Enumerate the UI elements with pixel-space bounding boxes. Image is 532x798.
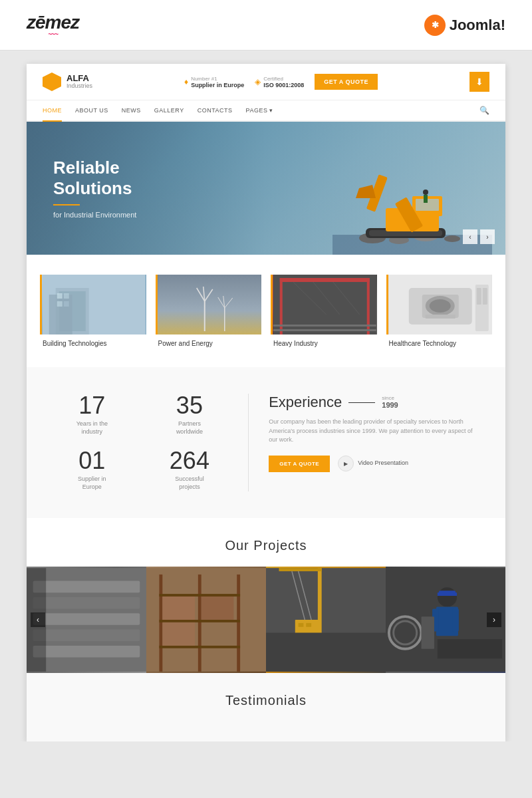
healthcare-technology-image [386, 275, 493, 334]
svg-rect-38 [273, 325, 376, 327]
svg-rect-21 [57, 293, 63, 299]
nav-about[interactable]: ABOUT US [75, 100, 108, 122]
industry-card-building[interactable]: Building Technologies [40, 275, 146, 347]
stat-years-number: 17 [53, 394, 131, 418]
stat-partners: 35 Partnersworldwide [151, 394, 229, 436]
healthcare-technology-label: Healthcare Technology [386, 340, 493, 347]
svg-rect-61 [198, 575, 201, 672]
projects-gallery: ‹ [27, 567, 505, 673]
stats-section: 17 Years in theindustry 35 Partnersworld… [27, 367, 505, 518]
hero-section: ReliableSolutions for Industrial Environ… [27, 122, 505, 255]
video-label: Video Presentation [358, 460, 408, 467]
svg-rect-65 [159, 646, 240, 648]
testimonials-title: Testimonials [53, 693, 479, 708]
power-energy-image [156, 275, 262, 334]
project-image-3 [266, 567, 386, 673]
svg-rect-48 [425, 315, 455, 319]
gallery-prev-button[interactable]: ‹ [31, 612, 45, 627]
certified-icon: ◈ [255, 77, 261, 86]
get-quote-button[interactable]: GET A QUOTE [315, 74, 378, 90]
hero-content: ReliableSolutions for Industrial Environ… [27, 138, 163, 239]
building-technologies-image [40, 275, 146, 334]
meta-location: ♦ Number #1 Supplier in Europe [184, 76, 244, 88]
industry-section: Building Technologies [27, 255, 505, 367]
heavy-industry-label: Heavy Industry [271, 340, 377, 347]
svg-rect-75 [299, 623, 304, 627]
nav-news[interactable]: NEWS [122, 100, 141, 122]
svg-marker-14 [356, 185, 376, 198]
nav-pages[interactable]: PAGES ▾ [246, 100, 273, 122]
nav-gallery[interactable]: GALLERY [154, 100, 184, 122]
svg-rect-64 [159, 620, 240, 622]
svg-rect-24 [64, 301, 69, 307]
testimonials-section: Testimonials [27, 673, 505, 741]
industry-card-heavy[interactable]: Heavy Industry [271, 275, 377, 347]
bottom-separator [0, 741, 532, 755]
site-header-meta: ♦ Number #1 Supplier in Europe ◈ Certifi… [184, 74, 378, 90]
svg-rect-60 [159, 575, 162, 672]
stat-years: 17 Years in theindustry [53, 394, 131, 436]
building-technologies-label: Building Technologies [40, 340, 146, 347]
stat-supplier-number: 01 [53, 449, 131, 473]
industry-card-energy[interactable]: Power and Energy [156, 275, 262, 347]
site-frame: ALFA Industries ♦ Number #1 Supplier in … [27, 64, 505, 741]
heavy-industry-image [271, 275, 377, 334]
site-header: ALFA Industries ♦ Number #1 Supplier in … [27, 64, 505, 100]
svg-rect-56 [33, 629, 140, 641]
orange-tab[interactable]: ⬇ [469, 72, 489, 92]
svg-rect-57 [33, 646, 140, 658]
stat-projects-number: 264 [151, 449, 229, 473]
svg-point-79 [438, 587, 457, 606]
stat-partners-label: Partnersworldwide [151, 420, 229, 436]
stats-get-quote-button[interactable]: GET A QUOTE [269, 456, 330, 472]
svg-rect-53 [33, 581, 140, 593]
industry-card-healthcare[interactable]: Healthcare Technology [386, 275, 493, 347]
hero-subtitle: for Industrial Environment [53, 211, 136, 219]
hero-controls: ‹ › [463, 229, 495, 244]
svg-rect-16 [424, 195, 428, 203]
projects-section: Our Projects ‹ [27, 518, 505, 673]
svg-rect-55 [33, 613, 140, 625]
svg-point-6 [444, 235, 460, 242]
video-presentation-button[interactable]: ▶ Video Presentation [338, 456, 408, 471]
svg-rect-22 [64, 293, 69, 299]
joomla-logo: ✱ Joomla! [424, 15, 505, 36]
site-logo-name: ALFA [66, 74, 92, 83]
svg-rect-71 [279, 568, 321, 571]
site-nav: HOME ABOUT US NEWS GALLERY CONTACTS PAGE… [27, 100, 505, 122]
search-icon[interactable]: 🔍 [479, 106, 489, 115]
stat-partners-number: 35 [151, 394, 229, 418]
joomla-icon: ✱ [424, 15, 446, 36]
meta-certified: ◈ Certified ISO 9001:2008 [255, 76, 304, 88]
svg-rect-20 [49, 295, 72, 334]
gallery-next-button[interactable]: › [487, 612, 501, 627]
stats-actions: GET A QUOTE ▶ Video Presentation [269, 456, 479, 472]
svg-rect-82 [452, 608, 459, 631]
svg-rect-67 [201, 597, 234, 620]
svg-rect-77 [266, 632, 386, 671]
svg-rect-25 [158, 275, 261, 334]
hero-prev-button[interactable]: ‹ [463, 229, 477, 244]
stat-years-label: Years in theindustry [53, 420, 131, 436]
svg-rect-84 [438, 593, 457, 596]
svg-point-15 [423, 190, 428, 195]
gray-separator [0, 51, 532, 64]
svg-rect-50 [476, 288, 481, 305]
hero-next-button[interactable]: › [480, 229, 495, 244]
projects-title: Our Projects [27, 538, 505, 553]
site-logo: ALFA Industries [43, 72, 92, 91]
zemes-logo: zēmez ~~~ [27, 12, 79, 38]
svg-rect-54 [33, 597, 140, 609]
stats-experience-title: Experience since 1999 [269, 394, 479, 411]
svg-rect-76 [306, 623, 311, 627]
stats-description: Our company has been the leading provide… [269, 418, 479, 445]
site-logo-sub: Industries [66, 83, 92, 90]
nav-home[interactable]: HOME [43, 100, 62, 122]
svg-point-47 [429, 299, 450, 313]
svg-rect-68 [162, 622, 195, 646]
power-energy-label: Power and Energy [156, 340, 262, 347]
svg-rect-39 [273, 329, 376, 331]
stats-grid: 17 Years in theindustry 35 Partnersworld… [53, 394, 228, 491]
stats-since: since 1999 [382, 396, 398, 410]
nav-contacts[interactable]: CONTACTS [198, 100, 233, 122]
